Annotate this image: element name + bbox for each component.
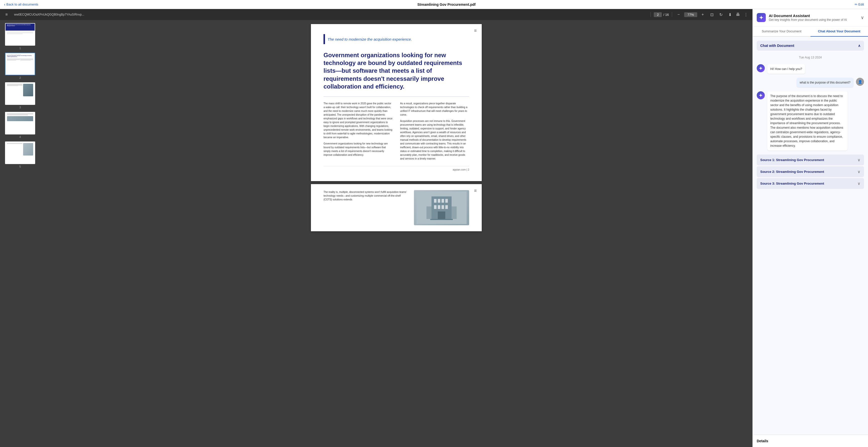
page-3-image xyxy=(414,190,469,225)
right-para-1: As a result, organizations piece togethe… xyxy=(400,102,469,117)
doc-title-bar: Streamlining Gov Procurement.pdf xyxy=(417,2,476,6)
main-layout: ≡ ww0ECQMCUOaXPnUkQGQB0ngBp7YAuSIRnvp...… xyxy=(0,9,868,447)
ai-header: AI Document Assistant Get key insights f… xyxy=(753,9,868,26)
page-control: / 16 xyxy=(654,12,669,17)
zoom-input[interactable] xyxy=(684,12,697,17)
source-card-2[interactable]: Source 2: Streamlining Gov Procurement ∨ xyxy=(757,166,864,177)
tab-summarize[interactable]: Summarize Your Document xyxy=(753,26,810,37)
svg-rect-2 xyxy=(434,199,436,203)
source-1-chevron: ∨ xyxy=(858,158,861,162)
ai-response-message: The purpose of the document is to discus… xyxy=(757,91,864,150)
user-message-bubble: what is the purpose of this document? xyxy=(797,78,854,87)
zoom-out-icon[interactable]: − xyxy=(675,11,682,18)
page-3-para: The reality is, multiple, disconnected s… xyxy=(323,190,409,201)
left-para-1: The mass shift to remote work in 2020 ga… xyxy=(323,102,393,139)
ai-sparkle-icon xyxy=(759,15,764,20)
pdf-page-3: ≡ The reality is, multiple, disconnected… xyxy=(311,184,482,231)
sources-list: Source 1: Streamlining Gov Procurement ∨… xyxy=(757,154,864,190)
page-headline: Government organizations looking for new… xyxy=(323,51,469,90)
top-bar: Back to all documents Streamlining Gov P… xyxy=(0,0,868,9)
footer-text: appian.com | 2 xyxy=(453,168,469,171)
thumb-img-1: Streamlining Government Procurement with… xyxy=(5,23,35,46)
details-title: Details xyxy=(757,439,864,443)
page-separator: / 16 xyxy=(663,13,669,16)
svg-rect-8 xyxy=(441,205,444,209)
pdf-content: Streamlining Government Procurement with… xyxy=(0,20,752,447)
thumb-num-2: 2 xyxy=(19,76,21,79)
details-section: Details xyxy=(753,435,868,447)
ai-panel-subtitle: Get key insights from your document usin… xyxy=(769,18,858,22)
ai-panel: AI Document Assistant Get key insights f… xyxy=(752,9,868,447)
doc-filename: Streamlining Gov Procurement.pdf xyxy=(417,2,476,6)
page-3-menu-icon[interactable]: ≡ xyxy=(474,188,477,194)
svg-rect-9 xyxy=(445,205,448,209)
svg-rect-3 xyxy=(438,199,440,203)
accent-bar xyxy=(323,34,325,44)
pdf-page-2: ≡ The need to modernize the acquisition … xyxy=(311,24,482,181)
svg-rect-12 xyxy=(427,206,432,219)
ai-greeting-message: Hi! How can I help you? xyxy=(757,64,864,74)
chat-area: Chat with Document ∧ Tue Aug 13 2024 Hi!… xyxy=(753,37,868,435)
toolbar-separator-2 xyxy=(672,12,672,17)
pdf-toolbar: ≡ ww0ECQMCUOaXPnUkQGQB0ngBp7YAuSIRnvp...… xyxy=(0,9,752,20)
thumbnail-2[interactable]: The need to modernize the acquisition ex… xyxy=(2,53,38,79)
page-footer: appian.com | 2 xyxy=(323,166,469,171)
chat-collapse-icon[interactable]: ∧ xyxy=(858,44,861,48)
chat-date: Tue Aug 13 2024 xyxy=(757,56,864,59)
source-card-1[interactable]: Source 1: Streamlining Gov Procurement ∨ xyxy=(757,154,864,165)
edit-button[interactable]: Edit xyxy=(855,2,864,6)
thumbnail-3[interactable]: 3 xyxy=(2,82,38,109)
thumb-img-3 xyxy=(5,82,35,105)
thumbnail-5[interactable]: 5 xyxy=(2,141,38,168)
ai-icon xyxy=(757,13,766,22)
rotate-icon[interactable]: ↻ xyxy=(717,11,724,18)
source-2-label: Source 2: Streamlining Gov Procurement xyxy=(760,170,824,174)
source-3-chevron: ∨ xyxy=(858,181,861,186)
thumb-img-4 xyxy=(5,112,35,134)
back-link[interactable]: Back to all documents xyxy=(4,2,38,7)
right-column: As a result, organizations piece togethe… xyxy=(400,102,469,163)
source-2-chevron: ∨ xyxy=(858,169,861,174)
ai-avatar-response xyxy=(757,91,765,99)
ai-panel-title: AI Document Assistant xyxy=(769,13,858,18)
right-para-2: Acquisition processes are not immune to … xyxy=(400,119,469,161)
pdf-pages: ≡ The need to modernize the acquisition … xyxy=(40,20,752,447)
svg-rect-11 xyxy=(430,219,453,220)
tab-chat[interactable]: Chat About Your Document xyxy=(810,26,868,37)
page-2-menu-icon[interactable]: ≡ xyxy=(474,28,477,33)
thumb-num-5: 5 xyxy=(19,165,21,168)
left-column: The mass shift to remote work in 2020 ga… xyxy=(323,102,393,163)
svg-rect-10 xyxy=(438,211,445,219)
fit-page-icon[interactable]: ⊡ xyxy=(708,11,715,18)
menu-icon[interactable]: ≡ xyxy=(3,11,10,18)
svg-rect-13 xyxy=(452,206,457,219)
thumbnail-4[interactable]: 4 xyxy=(2,112,38,138)
thumbnail-1[interactable]: Streamlining Government Procurement with… xyxy=(2,23,38,50)
pdf-section: ≡ ww0ECQMCUOaXPnUkQGQB0ngBp7YAuSIRnvp...… xyxy=(0,9,752,447)
chat-header-label: Chat with Document xyxy=(760,44,794,48)
source-1-label: Source 1: Streamlining Gov Procurement xyxy=(760,158,824,162)
ai-collapse-button[interactable]: ∨ xyxy=(861,15,864,20)
toolbar-right-group: ⬇ 🖶 ⋮ xyxy=(726,11,749,18)
svg-rect-7 xyxy=(438,205,440,209)
chat-header-title: Chat with Document ∧ xyxy=(760,44,861,48)
page-3-text: The reality is, multiple, disconnected s… xyxy=(323,190,409,225)
more-options-icon[interactable]: ⋮ xyxy=(742,11,749,18)
ai-tabs: Summarize Your Document Chat About Your … xyxy=(753,26,868,37)
print-icon[interactable]: 🖶 xyxy=(734,11,741,18)
svg-rect-6 xyxy=(434,205,436,209)
page-input[interactable] xyxy=(654,12,662,17)
svg-rect-4 xyxy=(441,199,444,203)
source-3-label: Source 3: Streamlining Gov Procurement xyxy=(760,182,824,185)
ai-response-icon xyxy=(758,93,763,98)
download-icon[interactable]: ⬇ xyxy=(726,11,733,18)
user-message: 👤 what is the purpose of this document? xyxy=(757,78,864,87)
ai-response-bubble: The purpose of the document is to discus… xyxy=(767,91,848,150)
thumbnails-sidebar: Streamlining Government Procurement with… xyxy=(0,20,40,447)
svg-rect-5 xyxy=(445,199,448,203)
page-subtitle: The need to modernize the acquisition ex… xyxy=(323,34,469,44)
zoom-in-icon[interactable]: + xyxy=(699,11,706,18)
page-columns: The mass shift to remote work in 2020 ga… xyxy=(323,102,469,163)
source-card-3[interactable]: Source 3: Streamlining Gov Procurement ∨ xyxy=(757,178,864,189)
ai-greeting-bubble: Hi! How can I help you? xyxy=(767,64,805,74)
